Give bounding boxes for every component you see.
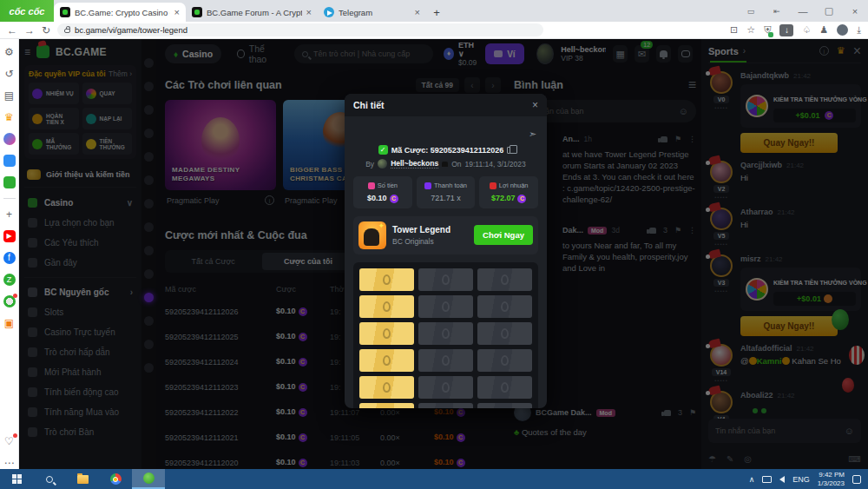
tower-cell-selected bbox=[359, 403, 414, 408]
add-person-icon[interactable]: ♟ bbox=[819, 24, 828, 36]
tower-cell bbox=[418, 349, 473, 372]
newsfeed-icon[interactable]: ▤ bbox=[3, 89, 16, 102]
tower-cell bbox=[418, 295, 473, 318]
url-text: bc.game/vi/game/tower-legend bbox=[75, 25, 187, 35]
coin-icon bbox=[390, 195, 398, 203]
screenshot-icon[interactable]: ▭ bbox=[738, 7, 764, 16]
close-button[interactable]: × bbox=[842, 6, 868, 17]
bcgame-page: ≡ BC.GAME Đặc quyền VIP của tôi Thêm › N… bbox=[19, 39, 868, 469]
telegram-favicon bbox=[324, 7, 334, 17]
bcgame-favicon bbox=[60, 7, 70, 17]
forward-button[interactable]: → bbox=[24, 24, 35, 36]
new-tab-button[interactable]: + bbox=[426, 3, 447, 22]
browser-tabbar: cốc cốc BC.Game: Crypto Casino Gan × BC.… bbox=[0, 0, 868, 22]
hat-icon bbox=[442, 162, 448, 167]
download-tray-icon[interactable]: ⤓ bbox=[857, 24, 861, 36]
screen: cốc cốc BC.Game: Crypto Casino Gan × BC.… bbox=[0, 0, 868, 489]
zalo-icon[interactable]: Z bbox=[3, 274, 16, 286]
minimize-button[interactable]: — bbox=[790, 6, 816, 17]
chrome-icon[interactable] bbox=[99, 469, 132, 489]
tower-cell-selected bbox=[359, 295, 414, 318]
facebook-icon[interactable]: f bbox=[3, 252, 16, 264]
stat-profit: Lợi nhuận $72.07 bbox=[479, 176, 538, 208]
volume-icon[interactable] bbox=[779, 476, 785, 483]
reload-button[interactable]: ↻ bbox=[42, 24, 50, 36]
tab-close-icon[interactable]: × bbox=[306, 7, 312, 17]
start-button[interactable] bbox=[0, 469, 33, 489]
tower-cell-selected bbox=[359, 268, 414, 291]
coccoc-logo[interactable]: cốc cốc bbox=[0, 0, 54, 22]
copy-icon[interactable] bbox=[507, 147, 513, 154]
tower-cell-selected bbox=[359, 349, 414, 372]
tower-cell-selected bbox=[359, 376, 414, 399]
more-icon[interactable]: ⋯ bbox=[3, 457, 16, 469]
lock-icon bbox=[64, 29, 70, 33]
history-icon[interactable]: ↺ bbox=[3, 68, 16, 80]
adblock-shield-icon[interactable]: ⛨ bbox=[764, 24, 771, 36]
tower-cell bbox=[418, 376, 473, 399]
divider bbox=[3, 198, 16, 199]
tray-expand-icon[interactable]: ∧ bbox=[749, 475, 755, 484]
tab-bcgame[interactable]: BC.Game: Crypto Casino Gan × bbox=[54, 3, 186, 22]
clock[interactable]: 9:42 PM1/3/2023 bbox=[818, 471, 845, 488]
language-indicator[interactable]: ENG bbox=[792, 475, 810, 484]
tower-cell bbox=[418, 322, 473, 345]
translate-icon[interactable]: ⊡ bbox=[730, 24, 738, 36]
bookmark-star-icon[interactable]: ☆ bbox=[746, 24, 755, 36]
tab-forum[interactable]: BC.Game Forum - A Cryptoc. × bbox=[186, 3, 318, 22]
tower-cell bbox=[418, 268, 473, 291]
tab-close-icon[interactable]: × bbox=[174, 7, 180, 17]
stat-amount: Số tiền $0.10 bbox=[353, 176, 412, 208]
tab-close-icon[interactable]: × bbox=[415, 7, 420, 17]
browser-side-strip: ⚙ ↺ ▤ ♛ + ▶ f Z ▣ ♡ ⋯ bbox=[0, 39, 19, 469]
download-active-icon[interactable]: ↓ bbox=[779, 24, 793, 36]
game-title[interactable]: Tower Legend bbox=[392, 225, 450, 235]
tower-cell-selected bbox=[359, 322, 414, 345]
tower-cell bbox=[477, 268, 532, 291]
browser-profile-avatar[interactable] bbox=[837, 24, 848, 36]
browser-toolbar: ← → ↻ bc.game/vi/game/tower-legend ⊡ ☆ ⛨… bbox=[0, 22, 868, 39]
bettor-name[interactable]: Hell~beckons bbox=[391, 159, 438, 169]
coin-icon bbox=[517, 195, 526, 203]
forum-favicon bbox=[192, 7, 202, 17]
boss-key-icon[interactable]: ⇤ bbox=[764, 7, 790, 16]
back-button[interactable]: ← bbox=[7, 24, 17, 36]
maximize-button[interactable]: ▢ bbox=[816, 5, 842, 17]
game-provider: BC Originals bbox=[392, 237, 450, 246]
share-icon[interactable]: ➣ bbox=[528, 129, 537, 140]
game-row: Tower Legend BC Originals Chơi Ngay bbox=[353, 216, 538, 254]
tab-telegram[interactable]: Telegram × bbox=[318, 3, 426, 22]
games-icon[interactable] bbox=[3, 176, 16, 188]
network-icon[interactable] bbox=[762, 476, 772, 483]
amount-icon bbox=[368, 182, 375, 189]
taskbar-search-icon[interactable] bbox=[33, 469, 66, 489]
action-center-icon[interactable] bbox=[852, 475, 861, 484]
sheets-icon[interactable] bbox=[3, 295, 16, 307]
vip-crown-icon[interactable]: ♛ bbox=[3, 111, 16, 123]
messenger-icon[interactable] bbox=[3, 133, 16, 145]
profit-icon bbox=[490, 182, 496, 189]
coccoc-music-icon[interactable] bbox=[3, 155, 16, 167]
payout-icon bbox=[424, 182, 431, 189]
bettor-avatar[interactable] bbox=[378, 159, 387, 169]
tower-legend-icon[interactable] bbox=[358, 221, 386, 249]
tower-cell bbox=[477, 376, 532, 399]
tower-cell bbox=[477, 295, 532, 318]
address-bar[interactable]: bc.game/vi/game/tower-legend bbox=[57, 23, 543, 36]
alerts-bell-icon[interactable]: ♡ bbox=[3, 435, 16, 447]
notification-bell-icon[interactable]: ♤ bbox=[802, 24, 811, 36]
shop-cart-icon[interactable]: ▣ bbox=[3, 317, 16, 329]
youtube-icon[interactable]: ▶ bbox=[3, 230, 16, 242]
file-explorer-icon[interactable] bbox=[66, 469, 99, 489]
coccoc-taskbar-icon[interactable] bbox=[132, 469, 165, 489]
tower-cell bbox=[477, 403, 532, 408]
settings-gear-icon[interactable]: ⚙ bbox=[3, 46, 16, 58]
modal-close-icon[interactable]: × bbox=[532, 99, 538, 111]
play-now-button[interactable]: Chơi Ngay bbox=[474, 225, 533, 245]
modal-title: Chi tiết bbox=[353, 100, 385, 110]
add-shortcut-icon[interactable]: + bbox=[3, 208, 16, 221]
windows-taskbar: ∧ ENG 9:42 PM1/3/2023 bbox=[0, 469, 868, 489]
tower-cell bbox=[418, 403, 473, 408]
bet-id: 59205239412112026 bbox=[431, 146, 504, 155]
tower-cell bbox=[477, 349, 532, 372]
